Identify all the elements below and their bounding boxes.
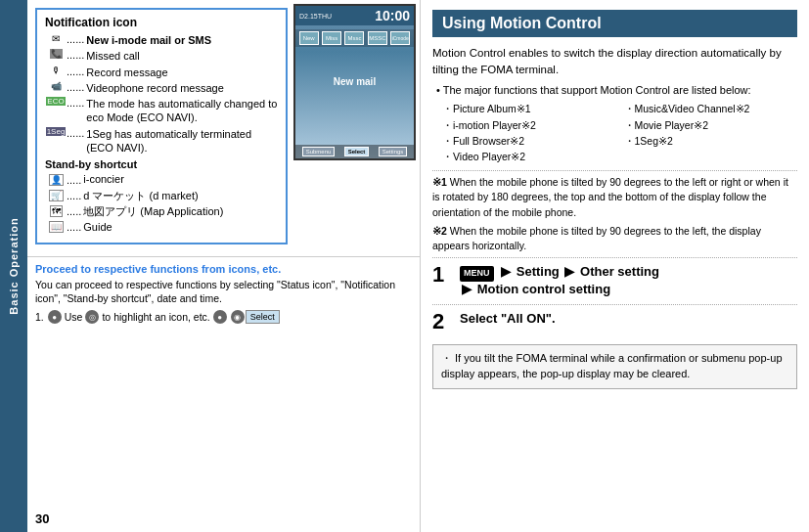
bullet-sub-5: ・Full Browser※2	[442, 134, 616, 149]
phone-date: D2.15THU	[299, 13, 332, 20]
mail-icon: ✉	[45, 33, 67, 44]
bottom-step: 1. ● Use ◎ to highlight an icon, etc. ● …	[35, 310, 412, 324]
note1-text: When the mobile phone is tilted by 90 de…	[432, 176, 788, 217]
phone-icon-new: New	[299, 31, 319, 45]
note2-text: When the mobile phone is tilted by 90 de…	[432, 225, 761, 251]
phone-preview: D2.15THU 10:00 New Miss Mssc MSSC iCmode…	[293, 4, 416, 160]
step-number-label: 1.	[35, 311, 44, 323]
bottom-title: Proceed to respective functions from ico…	[35, 263, 412, 275]
list-item: 🗺 ..... 地図アプリ (Map Application)	[45, 204, 278, 218]
step-2-instruction: Select "All ON".	[460, 311, 797, 328]
bullet-main: • The major functions that support Motio…	[436, 83, 797, 99]
notification-title: Notification icon	[45, 16, 278, 29]
note2: ※2 When the mobile phone is tilted by 90…	[432, 224, 797, 253]
step-motion-control: Motion control setting	[477, 282, 610, 296]
record-icon: 🎙	[45, 66, 67, 75]
notification-box: Notification icon ✉ ...... New i-mode ma…	[35, 8, 288, 244]
select-icon: ◉	[230, 310, 246, 324]
step-2-content: Select "All ON".	[460, 311, 797, 328]
joystick-icon: ◎	[85, 310, 99, 324]
page-number: 30	[35, 511, 49, 526]
bullet-sub-1: ・Picture Album※1	[442, 102, 616, 116]
eco-icon: ECO	[45, 97, 67, 106]
arrow-circle-icon: ●	[213, 310, 227, 324]
bullet-main-text: The major functions that support Motion …	[443, 84, 751, 96]
right-panel: Using Motion Control Motion Control enab…	[421, 0, 809, 532]
notif-text: New i-mode mail or SMS	[86, 33, 211, 47]
list-item: ECO ...... The mode has automatically ch…	[45, 97, 278, 125]
bottom-section: Proceed to respective functions from ico…	[27, 256, 420, 331]
step-2-number: 2	[432, 311, 454, 332]
select-button-label[interactable]: Select	[246, 310, 280, 324]
bullet-sub-2: ・Music&Video Channel※2	[624, 102, 798, 116]
action-icon: ◉	[231, 310, 245, 324]
step-2-row: 2 Select "All ON".	[432, 304, 797, 332]
bullet-sub-4: ・Movie Player※2	[624, 118, 798, 133]
notif-text: Missed call	[86, 49, 139, 63]
step-1-instruction: MENU ▶ Setting ▶ Other setting ▶ Motion …	[460, 264, 797, 298]
list-item: 🎙 ...... Record message	[45, 66, 278, 79]
note2-label: ※2	[432, 225, 447, 237]
arrow-3: ▶	[462, 282, 472, 296]
phone-btn-submenu: Submenu	[302, 147, 336, 156]
bullet-list: • The major functions that support Motio…	[432, 83, 797, 164]
phone-mail-label: New mail	[295, 76, 414, 87]
standby-title: Stand-by shortcut	[45, 158, 278, 170]
bullet-sub-grid: ・Picture Album※1 ・Music&Video Channel※2 …	[442, 102, 797, 164]
step-1-content: MENU ▶ Setting ▶ Other setting ▶ Motion …	[460, 264, 797, 298]
left-panel: Basic Operation Notification icon ✉ ....…	[0, 0, 421, 532]
phone-time: 10:00	[375, 8, 410, 23]
list-item: 📹 ...... Videophone record message	[45, 81, 278, 95]
list-item: 📖 ..... Guide	[45, 220, 278, 234]
phone-btn-settings: Settings	[379, 147, 408, 156]
step-1-number: 1	[432, 264, 454, 286]
phone-icon-mssc2: MSSC	[368, 31, 387, 45]
bullet-sub-6: ・1Seg※2	[624, 134, 798, 149]
map-icon: 🗺	[45, 205, 67, 217]
notif-text: Videophone record message	[86, 81, 223, 95]
section-title: Using Motion Control	[432, 10, 797, 37]
list-item: ✉ ...... New i-mode mail or SMS	[45, 33, 278, 47]
note1: ※1 When the mobile phone is tilted by 90…	[432, 170, 797, 220]
tip-box: ・ If you tilt the FOMA terminal while a …	[432, 344, 797, 389]
i-concier-icon: 👤	[45, 174, 67, 186]
step-text2: to highlight an icon, etc.	[102, 311, 209, 323]
notification-list: ✉ ...... New i-mode mail or SMS 📞 ......…	[45, 33, 278, 155]
phone-icon-mssc: Mssc	[344, 31, 364, 45]
list-item: 👤 ..... i-concier	[45, 172, 278, 186]
bullet-sub-7: ・Video Player※2	[442, 150, 616, 164]
list-item: 1Seg ...... 1Seg has automatically termi…	[45, 127, 278, 155]
seg-icon: 1Seg	[45, 127, 67, 136]
arrow-2: ▶	[564, 264, 574, 279]
phone-btn-select: Select	[344, 147, 370, 156]
dmarket-icon: 🛒	[45, 190, 67, 201]
phone-icon-imode: iCmode	[390, 31, 410, 45]
direction-icon: ●	[48, 310, 62, 324]
video-icon: 📹	[45, 81, 67, 91]
tip-text: If you tilt the FOMA terminal while a co…	[441, 352, 783, 379]
notif-text: The mode has automatically changed to ec…	[86, 97, 278, 125]
menu-icon: MENU	[460, 266, 494, 282]
list-item: 📞 ...... Missed call	[45, 49, 278, 63]
bullet-symbol: •	[436, 84, 443, 96]
step-1-row: 1 MENU ▶ Setting ▶ Other setting ▶ Motio…	[432, 257, 797, 298]
standby-list: 👤 ..... i-concier 🛒 ..... d マーケット (d mar…	[45, 172, 278, 234]
guide-icon: 📖	[45, 221, 67, 233]
notif-text: Record message	[86, 66, 167, 79]
list-item: 🛒 ..... d マーケット (d market)	[45, 189, 278, 202]
sidebar-label: Basic Operation	[8, 217, 20, 314]
step-other-setting: Other setting	[580, 264, 659, 279]
intro-text: Motion Control enables to switch the dis…	[432, 45, 797, 77]
step-use-text: Use	[65, 311, 83, 323]
notif-text: 1Seg has automatically terminated (ECO N…	[86, 127, 278, 155]
bottom-description: You can proceed to respective functions …	[35, 278, 412, 306]
phone-icon-miss: Miss	[322, 31, 341, 45]
arrow-1: ▶	[501, 264, 511, 279]
note1-label: ※1	[432, 176, 447, 188]
tip-bullet: ・	[441, 352, 452, 364]
bullet-sub-3: ・i-motion Player※2	[442, 118, 616, 133]
missed-icon: 📞	[45, 49, 67, 59]
step-setting: Setting	[517, 264, 560, 279]
